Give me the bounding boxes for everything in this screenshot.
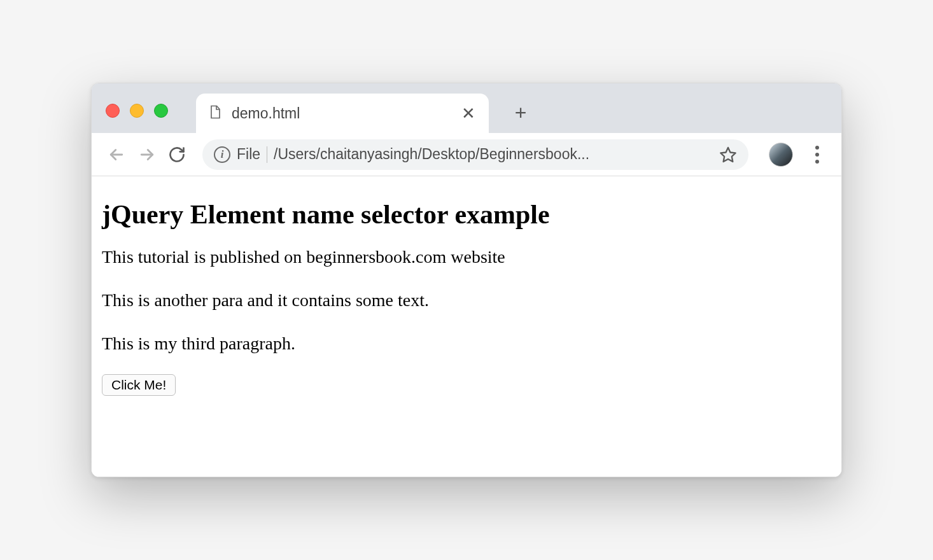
paragraph-2: This is another para and it contains som… [102,288,831,312]
tab-title: demo.html [232,105,451,122]
site-info-icon[interactable]: i [214,146,230,163]
url-scheme-label: File [237,146,260,163]
forward-button[interactable] [137,145,157,164]
bookmark-star-icon[interactable] [719,146,737,164]
new-tab-button[interactable]: + [505,97,536,128]
page-heading: jQuery Element name selector example [102,199,831,230]
browser-menu-button[interactable] [808,146,826,164]
file-icon [207,104,223,122]
browser-window: demo.html ✕ + i File /Users/chaitanyasin… [91,83,842,477]
address-bar[interactable]: i File /Users/chaitanyasingh/Desktop/Beg… [202,139,748,170]
profile-avatar[interactable] [769,143,793,167]
tab-bar: demo.html ✕ + [92,83,841,133]
maximize-window-button[interactable] [154,104,168,118]
url-text: /Users/chaitanyasingh/Desktop/Beginnersb… [274,146,713,163]
window-controls [106,104,168,118]
separator [267,146,267,163]
page-content: jQuery Element name selector example Thi… [92,176,841,477]
reload-button[interactable] [168,146,186,164]
paragraph-3: This is my third paragraph. [102,332,831,356]
close-tab-button[interactable]: ✕ [459,104,477,122]
back-button[interactable] [107,145,126,164]
svg-marker-0 [720,147,735,161]
toolbar: i File /Users/chaitanyasingh/Desktop/Beg… [92,133,841,176]
close-window-button[interactable] [106,104,120,118]
click-me-button[interactable]: Click Me! [102,374,176,396]
browser-tab[interactable]: demo.html ✕ [196,94,489,133]
kebab-menu-icon [808,146,826,164]
paragraph-1: This tutorial is published on beginnersb… [102,245,831,269]
minimize-window-button[interactable] [130,104,144,118]
